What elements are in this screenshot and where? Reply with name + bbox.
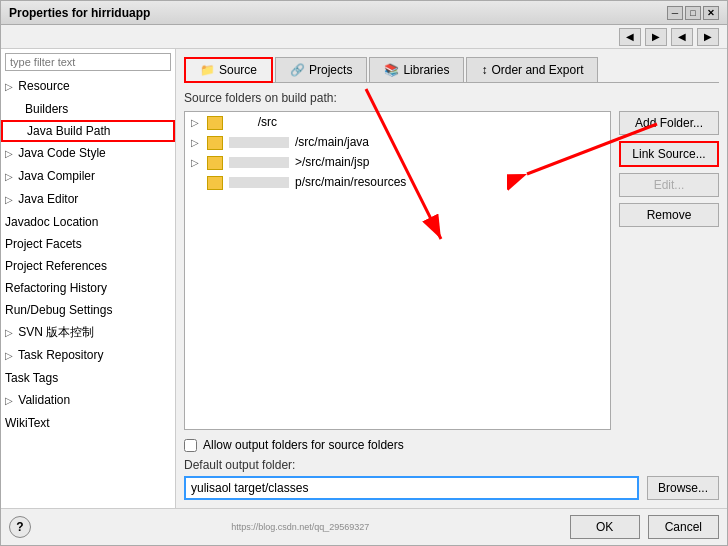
source-path-blur-2: [229, 137, 289, 148]
forward2-button[interactable]: ▶: [697, 28, 719, 46]
folder-icon-4: [207, 176, 223, 190]
source-path-text-2: /src/main/java: [295, 135, 369, 149]
sidebar-item-javadoc[interactable]: Javadoc Location: [1, 211, 175, 233]
section-label: Source folders on build path:: [184, 91, 719, 105]
allow-output-checkbox[interactable]: [184, 439, 197, 452]
sidebar-item-svn[interactable]: ▷ SVN 版本控制: [1, 321, 175, 344]
right-panel: 📁 Source 🔗 Projects 📚 Libraries ↕ Order …: [176, 49, 727, 508]
sidebar: ▷ Resource Builders Java Build Path ▷ Ja…: [1, 49, 176, 508]
expand-icon: ▷: [5, 81, 13, 92]
source-tab-icon: 📁: [200, 63, 215, 77]
projects-tab-icon: 🔗: [290, 63, 305, 77]
title-bar: Properties for hirriduapp ─ □ ✕: [1, 1, 727, 25]
expand-icon-3: ▷: [5, 171, 13, 182]
source-path-blur-3: [229, 157, 289, 168]
add-folder-button[interactable]: Add Folder...: [619, 111, 719, 135]
source-item-2[interactable]: ▷ /src/main/java: [185, 132, 610, 152]
back-button[interactable]: ◀: [619, 28, 641, 46]
sidebar-item-builders[interactable]: Builders: [1, 98, 175, 120]
expand-icon-2: ▷: [5, 148, 13, 159]
folder-icon-3: [207, 156, 223, 170]
expand-icon-5: ▷: [5, 327, 13, 338]
source-path-1: [227, 115, 254, 129]
sidebar-item-refactoring[interactable]: Refactoring History: [1, 277, 175, 299]
right-panel-inner: 📁 Source 🔗 Projects 📚 Libraries ↕ Order …: [176, 49, 727, 508]
sidebar-item-java-build-path[interactable]: Java Build Path: [1, 120, 175, 142]
sidebar-item-wikitext[interactable]: WikiText: [1, 412, 175, 434]
properties-window: Properties for hirriduapp ─ □ ✕ ◀ ▶ ◀ ▶ …: [0, 0, 728, 546]
sidebar-item-resource[interactable]: ▷ Resource: [1, 75, 175, 98]
main-content: ▷ Resource Builders Java Build Path ▷ Ja…: [1, 49, 727, 508]
expand-src: ▷: [191, 117, 203, 128]
sidebar-item-java-code-style[interactable]: ▷ Java Code Style: [1, 142, 175, 165]
browse-button[interactable]: Browse...: [647, 476, 719, 500]
output-folder-label: Default output folder:: [184, 458, 719, 472]
maximize-btn[interactable]: □: [685, 6, 701, 20]
tab-libraries[interactable]: 📚 Libraries: [369, 57, 464, 82]
bottom-buttons: OK Cancel: [570, 515, 719, 539]
tabs-row: 📁 Source 🔗 Projects 📚 Libraries ↕ Order …: [184, 57, 719, 83]
sidebar-item-project-facets[interactable]: Project Facets: [1, 233, 175, 255]
checkbox-label: Allow output folders for source folders: [203, 438, 404, 452]
watermark: https://blog.csdn.net/qq_29569327: [231, 522, 369, 532]
expand-src-4: [191, 177, 203, 188]
sidebar-item-java-editor[interactable]: ▷ Java Editor: [1, 188, 175, 211]
minimize-btn[interactable]: ─: [667, 6, 683, 20]
sidebar-item-run-debug[interactable]: Run/Debug Settings: [1, 299, 175, 321]
tab-order-export[interactable]: ↕ Order and Export: [466, 57, 598, 82]
expand-icon-4: ▷: [5, 194, 13, 205]
ok-button[interactable]: OK: [570, 515, 640, 539]
sidebar-item-java-compiler[interactable]: ▷ Java Compiler: [1, 165, 175, 188]
window-title: Properties for hirriduapp: [9, 6, 150, 20]
forward-button[interactable]: ▶: [645, 28, 667, 46]
source-path-text-4: p/src/main/resources: [295, 175, 406, 189]
source-content-row: ▷ /src ▷ /src/main/java: [184, 111, 719, 438]
remove-button[interactable]: Remove: [619, 203, 719, 227]
edit-button[interactable]: Edit...: [619, 173, 719, 197]
tab-source[interactable]: 📁 Source: [184, 57, 273, 83]
folder-icon-2: [207, 136, 223, 150]
expand-src-3: ▷: [191, 157, 203, 168]
sidebar-item-project-references[interactable]: Project References: [1, 255, 175, 277]
sidebar-tree: ▷ Resource Builders Java Build Path ▷ Ja…: [1, 75, 175, 508]
folder-icon-1: [207, 116, 223, 130]
expand-icon-7: ▷: [5, 395, 13, 406]
source-path-text-3: >/src/main/jsp: [295, 155, 369, 169]
link-source-button[interactable]: Link Source...: [619, 141, 719, 167]
sidebar-item-task-tags[interactable]: Task Tags: [1, 367, 175, 389]
close-btn[interactable]: ✕: [703, 6, 719, 20]
back2-button[interactable]: ◀: [671, 28, 693, 46]
help-button[interactable]: ?: [9, 516, 31, 538]
buttons-col: Add Folder... Link Source... Edit... Rem…: [619, 111, 719, 438]
expand-src-2: ▷: [191, 137, 203, 148]
source-path-blur-4: [229, 177, 289, 188]
output-row: Browse...: [184, 476, 719, 500]
source-path-text-1: /src: [258, 115, 277, 129]
nav-bar: ◀ ▶ ◀ ▶: [1, 25, 727, 49]
filter-input[interactable]: [5, 53, 171, 71]
source-tree: ▷ /src ▷ /src/main/java: [184, 111, 611, 430]
order-export-tab-icon: ↕: [481, 63, 487, 77]
cancel-button[interactable]: Cancel: [648, 515, 719, 539]
title-bar-buttons: ─ □ ✕: [667, 6, 719, 20]
expand-icon-6: ▷: [5, 350, 13, 361]
source-item-4[interactable]: p/src/main/resources: [185, 172, 610, 192]
bottom-bar: ? https://blog.csdn.net/qq_29569327 OK C…: [1, 508, 727, 545]
sidebar-item-validation[interactable]: ▷ Validation: [1, 389, 175, 412]
output-folder-input[interactable]: [184, 476, 639, 500]
tab-projects[interactable]: 🔗 Projects: [275, 57, 367, 82]
libraries-tab-icon: 📚: [384, 63, 399, 77]
source-item-3[interactable]: ▷ >/src/main/jsp: [185, 152, 610, 172]
source-item-1[interactable]: ▷ /src: [185, 112, 610, 132]
checkbox-row: Allow output folders for source folders: [184, 438, 719, 452]
sidebar-item-task-repository[interactable]: ▷ Task Repository: [1, 344, 175, 367]
